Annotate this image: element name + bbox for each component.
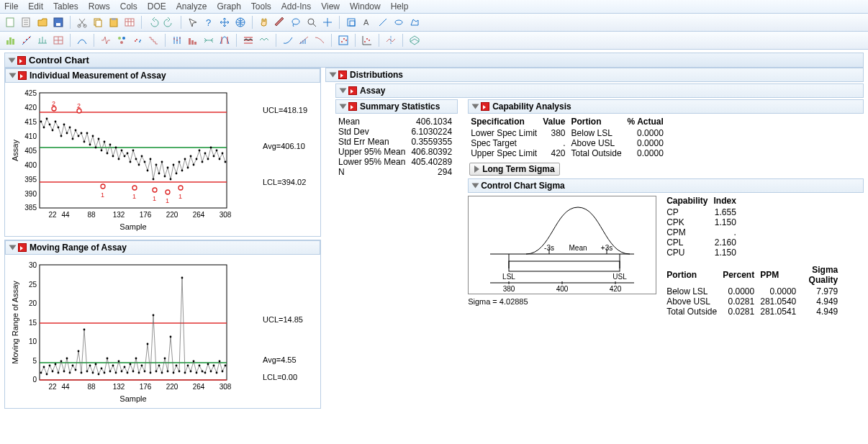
graph-icon[interactable] (337, 34, 350, 47)
diagram-icon[interactable] (202, 34, 215, 47)
menu-file[interactable]: File (4, 1, 18, 12)
surface-icon[interactable] (408, 34, 421, 47)
disclosure-icon[interactable] (330, 73, 337, 78)
table-icon[interactable] (123, 16, 136, 29)
new-icon[interactable] (4, 16, 17, 29)
cut-icon[interactable] (76, 16, 89, 29)
fitxy-icon[interactable] (20, 34, 33, 47)
annotate-shape-icon[interactable] (392, 16, 405, 29)
svg-point-105 (207, 158, 209, 160)
chart2-head[interactable]: Moving Range of Assay (5, 240, 320, 255)
menu-window[interactable]: Window (350, 1, 381, 12)
undo-icon[interactable] (147, 16, 160, 29)
multivar-icon[interactable] (115, 34, 128, 47)
svg-point-182 (135, 358, 137, 360)
ccsigma-head[interactable]: Control Chart Sigma (468, 178, 864, 193)
help-icon[interactable]: ? (202, 16, 215, 29)
svg-rect-0 (6, 18, 14, 27)
svg-point-212 (222, 371, 224, 373)
tabulate-icon[interactable] (52, 34, 65, 47)
hotspot-icon[interactable] (18, 71, 27, 80)
disclosure-icon[interactable] (340, 104, 347, 109)
profiler-icon[interactable] (384, 34, 397, 47)
disclosure-icon[interactable] (472, 104, 479, 109)
degrade-icon[interactable] (313, 34, 326, 47)
longterm-button[interactable]: Long Term Sigma (469, 163, 559, 176)
menu-addins[interactable]: Add-Ins (281, 1, 311, 12)
menu-view[interactable]: View (321, 1, 340, 12)
cchart-icon[interactable] (242, 34, 255, 47)
new-script-icon[interactable] (20, 16, 33, 29)
life-icon[interactable] (297, 34, 310, 47)
outline-root-head[interactable]: Control Chart (4, 53, 864, 68)
annotate-line-icon[interactable] (376, 16, 389, 29)
pareto-icon[interactable] (186, 34, 199, 47)
disclosure-icon[interactable] (9, 245, 17, 250)
dist-icon[interactable] (4, 34, 17, 47)
move-icon[interactable] (218, 16, 231, 29)
chart1-svg[interactable]: 2211111 425 420 415 410 405 400 395 (8, 86, 260, 233)
screen-icon[interactable] (99, 34, 112, 47)
menu-rows[interactable]: Rows (89, 1, 110, 12)
menu-analyze[interactable]: Analyze (176, 1, 207, 12)
hand-icon[interactable] (258, 16, 271, 29)
disclosure-icon[interactable] (340, 89, 347, 94)
annotate-text-icon[interactable]: A (361, 16, 374, 29)
menu-help[interactable]: Help (391, 1, 409, 12)
paste-icon[interactable] (107, 16, 120, 29)
svg-point-68 (101, 150, 103, 152)
svg-text:Moving Range of Assay: Moving Range of Assay (11, 281, 19, 364)
svg-point-180 (130, 363, 132, 366)
hotspot-icon[interactable] (18, 243, 27, 252)
save-icon[interactable] (52, 16, 65, 29)
crosshair-icon[interactable] (321, 16, 334, 29)
toolbar-analysis (0, 32, 868, 50)
globe-icon[interactable] (234, 16, 247, 29)
copy-icon[interactable] (91, 16, 104, 29)
hotspot-icon[interactable] (348, 102, 357, 111)
menu-doe[interactable]: DOE (148, 1, 166, 12)
menu-graph[interactable]: Graph (217, 1, 240, 12)
legacy-icon[interactable] (258, 34, 271, 47)
menu-tools[interactable]: Tools (251, 1, 271, 12)
survival-icon[interactable] (147, 34, 160, 47)
disclosure-icon[interactable] (472, 184, 479, 189)
chart1-head[interactable]: Individual Measurement of Assay (5, 68, 320, 83)
hotspot-icon[interactable] (338, 71, 347, 79)
hotspot-icon[interactable] (348, 86, 357, 95)
open-icon[interactable] (36, 16, 49, 29)
disclosure-icon[interactable] (9, 73, 17, 78)
variability-icon[interactable] (171, 34, 184, 47)
svg-point-38 (343, 38, 345, 40)
hotspot-icon[interactable] (481, 102, 489, 111)
hotspot-icon[interactable] (17, 56, 26, 65)
svg-point-104 (204, 153, 207, 155)
svg-point-73 (115, 147, 117, 149)
scatter-icon[interactable] (361, 34, 374, 47)
matched-icon[interactable] (36, 34, 49, 47)
svg-text:400: 400 (556, 285, 569, 293)
menu-tables[interactable]: Tables (53, 1, 78, 12)
fitmodel-icon[interactable] (76, 34, 89, 47)
menu-edit[interactable]: Edit (28, 1, 43, 12)
chart2-svg[interactable]: 30 25 20 15 10 5 0 22 44 8 (8, 258, 260, 405)
cluster-icon[interactable] (131, 34, 144, 47)
lasso-icon[interactable] (289, 16, 302, 29)
zoom-icon[interactable] (305, 16, 318, 29)
capability-icon[interactable] (218, 34, 231, 47)
brush-icon[interactable] (273, 16, 286, 29)
arrow-icon[interactable] (186, 16, 199, 29)
disclosure-icon[interactable] (9, 58, 16, 63)
sigma-plot[interactable]: -3s Mean +3s LSL USL 380 400 420 (468, 196, 656, 294)
capability-head[interactable]: Capability Analysis (468, 99, 864, 114)
resize-icon[interactable] (345, 16, 358, 29)
distributions-head[interactable]: Distributions (325, 68, 864, 82)
curve-icon[interactable] (281, 34, 294, 47)
assay-head[interactable]: Assay (335, 83, 864, 98)
menu-cols[interactable]: Cols (120, 1, 137, 12)
svg-point-59 (75, 130, 77, 132)
svg-point-118 (178, 186, 183, 190)
annotate-poly-icon[interactable] (408, 16, 421, 29)
redo-icon[interactable] (163, 16, 176, 29)
summary-head[interactable]: Summary Statistics (335, 99, 458, 114)
